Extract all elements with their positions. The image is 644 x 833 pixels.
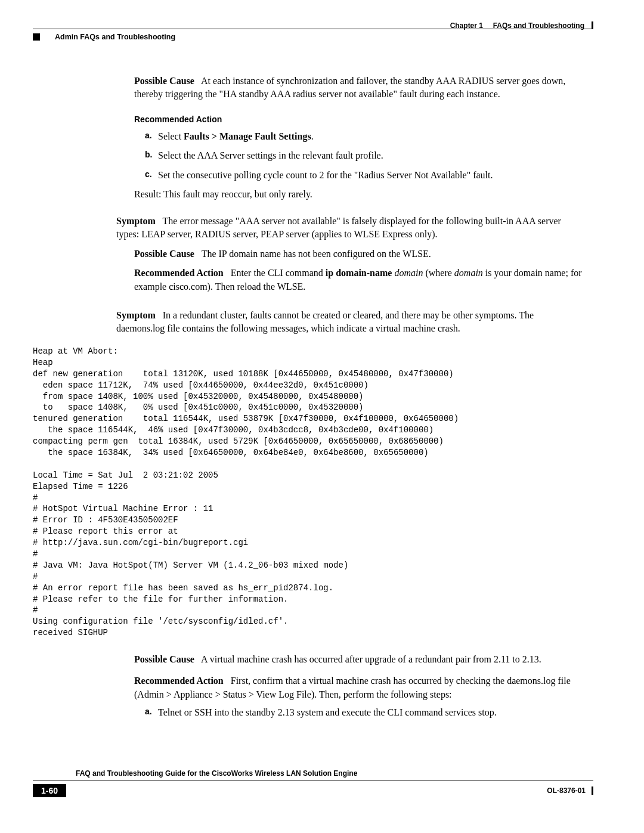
possible-cause-text-3: A virtual machine crash has occurred aft…: [201, 654, 541, 664]
recommended-action-label-3: Recommended Action: [134, 676, 224, 686]
section-title: Admin FAQs and Troubleshooting: [55, 33, 175, 41]
header-right-bar: [592, 21, 593, 29]
step-a: a. Select Faults > Manage Fault Settings…: [145, 130, 584, 143]
body-content: Possible Cause At each instance of synch…: [134, 75, 584, 206]
result-text: Result: This fault may reoccur, but only…: [134, 188, 584, 201]
step-c: c. Set the consecutive polling cycle cou…: [145, 169, 584, 182]
footer-rule: [33, 781, 593, 781]
block3-symptom: Symptom In a redundant cluster, faults c…: [116, 309, 584, 340]
step-letter: a.: [145, 130, 158, 143]
recommended-action-para-3: Recommended Action First, confirm that a…: [134, 674, 584, 701]
possible-cause-label: Possible Cause: [134, 76, 194, 86]
symptom-text: The error message "AAA server not availa…: [116, 216, 561, 239]
step-letter-3: a.: [145, 706, 158, 719]
symptom-text-3: In a redundant cluster, faults cannot be…: [116, 310, 534, 333]
footer-doc-title: FAQ and Troubleshooting Guide for the Ci…: [33, 769, 593, 781]
possible-cause-para-3: Possible Cause A virtual machine crash h…: [134, 653, 584, 666]
block2: Symptom The error message "AAA server no…: [116, 215, 584, 298]
code-block-container: Heap at VM Abort: Heap def new generatio…: [33, 341, 584, 639]
header-section: Admin FAQs and Troubleshooting: [33, 33, 175, 41]
symptom-para-3: Symptom In a redundant cluster, faults c…: [116, 309, 584, 336]
recommended-action-heading: Recommended Action: [134, 114, 584, 124]
symptom-label-3: Symptom: [116, 310, 156, 320]
log-output: Heap at VM Abort: Heap def new generatio…: [33, 346, 584, 639]
step-letter: c.: [145, 169, 158, 182]
symptom-para-2: Symptom The error message "AAA server no…: [116, 215, 584, 241]
step-text: Select Faults > Manage Fault Settings.: [158, 130, 314, 143]
document-id: OL-8376-01: [547, 786, 593, 795]
recommended-action-para-2: Recommended Action Enter the CLI command…: [134, 267, 584, 293]
step-text: Set the consecutive polling cycle count …: [158, 169, 493, 182]
possible-cause-label-3: Possible Cause: [134, 654, 194, 664]
page-number: 1-60: [33, 784, 66, 797]
block3-after: Possible Cause A virtual machine crash h…: [134, 653, 584, 726]
footer-bar-icon: [592, 786, 593, 795]
step-b: b. Select the AAA Server settings in the…: [145, 149, 584, 162]
step-text: Select the AAA Server settings in the re…: [158, 149, 383, 162]
step-letter: b.: [145, 149, 158, 162]
possible-cause-text: At each instance of synchronization and …: [134, 76, 565, 99]
symptom-label: Symptom: [116, 216, 156, 226]
possible-cause-text-2: The IP domain name has not been configur…: [202, 249, 431, 259]
header-rule: [33, 29, 593, 29]
step-a-3: a. Telnet or SSH into the standby 2.13 s…: [145, 706, 584, 719]
header-square-icon: [33, 33, 40, 41]
recommended-action-label-2: Recommended Action: [134, 268, 224, 278]
possible-cause-label-2: Possible Cause: [134, 249, 194, 259]
page-footer: FAQ and Troubleshooting Guide for the Ci…: [33, 769, 593, 797]
possible-cause-para-1: Possible Cause At each instance of synch…: [134, 75, 584, 101]
possible-cause-para-2: Possible Cause The IP domain name has no…: [134, 247, 584, 261]
step-text-3: Telnet or SSH into the standby 2.13 syst…: [158, 706, 497, 719]
